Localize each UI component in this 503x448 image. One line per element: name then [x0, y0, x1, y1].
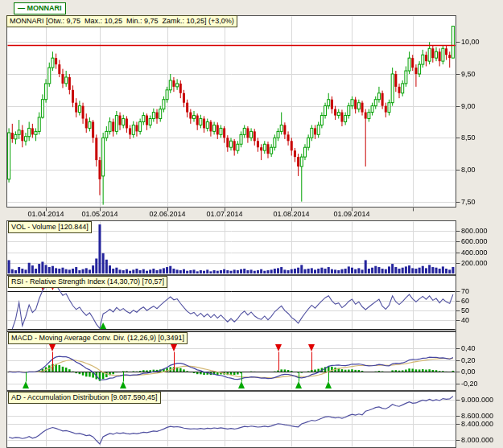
y-tick-label: 9.000.000 [461, 396, 493, 404]
y-tick-label: 8.000.000 [461, 436, 493, 444]
ohlc-readout: MONNARI [Otw.: 9,75 Max.: 10,25 Min.: 9,… [6, 15, 237, 27]
y-tick-label: 10,00 [461, 38, 480, 46]
x-tick-label: 01.09.2014 [333, 210, 369, 218]
y-tick-label: 7,50 [461, 198, 476, 206]
y-tick-label: 0,40 [461, 344, 476, 352]
y-tick-label: 8,50 [461, 134, 476, 142]
y-tick-label: 600.000 [461, 237, 488, 245]
x-tick-label: 01.04.2014 [27, 210, 64, 218]
x-tick-label: 01.07.2014 [206, 210, 242, 218]
y-tick-label: 70 [461, 287, 469, 295]
y-tick-label: 60 [461, 297, 469, 305]
y-tick-label: -0,20 [461, 380, 478, 388]
y-tick-label: 0,00 [461, 368, 476, 376]
rsi-panel-header: RSI - Relative Strength Index (14,30,70)… [8, 276, 167, 288]
y-tick-label: 9,00 [461, 102, 476, 110]
series-legend[interactable]: — MONNARI [14, 2, 66, 14]
x-tick-label: 01.05.2014 [81, 210, 118, 218]
y-tick-label: 9,50 [461, 70, 476, 78]
series-line-swatch: — [18, 4, 25, 12]
y-tick-label: 400.000 [461, 249, 488, 257]
date-axis-labels: 01.04.201401.05.201402.06.201401.07.2014… [0, 208, 503, 220]
y-tick-label: 200.000 [461, 259, 488, 267]
right-axis-labels: 10,009,509,008,508,007,50800.000600.0004… [460, 0, 503, 448]
y-tick-label: 8.600.000 [461, 412, 493, 420]
y-tick-label: 800.000 [461, 227, 488, 235]
macd-panel-header: MACD - Moving Average Conv. Div. (12,26,… [8, 332, 188, 344]
series-legend-label: MONNARI [27, 4, 62, 12]
y-tick-label: 8.400.000 [461, 420, 493, 428]
x-tick-label: 01.08.2014 [273, 210, 309, 218]
y-tick-label: 50 [461, 306, 469, 314]
ad-panel-header: AD - Accumulation Distribution [9.087.59… [8, 392, 161, 404]
chart-window: — MONNARI MONNARI [Otw.: 9,75 Max.: 10,2… [0, 0, 503, 448]
y-tick-label: 0,20 [461, 356, 476, 364]
y-tick-label: 40 [461, 316, 469, 324]
volume-panel-header: VOL - Volume [120.844] [8, 221, 92, 233]
y-tick-label: 8,00 [461, 166, 476, 174]
x-tick-label: 02.06.2014 [149, 210, 185, 218]
